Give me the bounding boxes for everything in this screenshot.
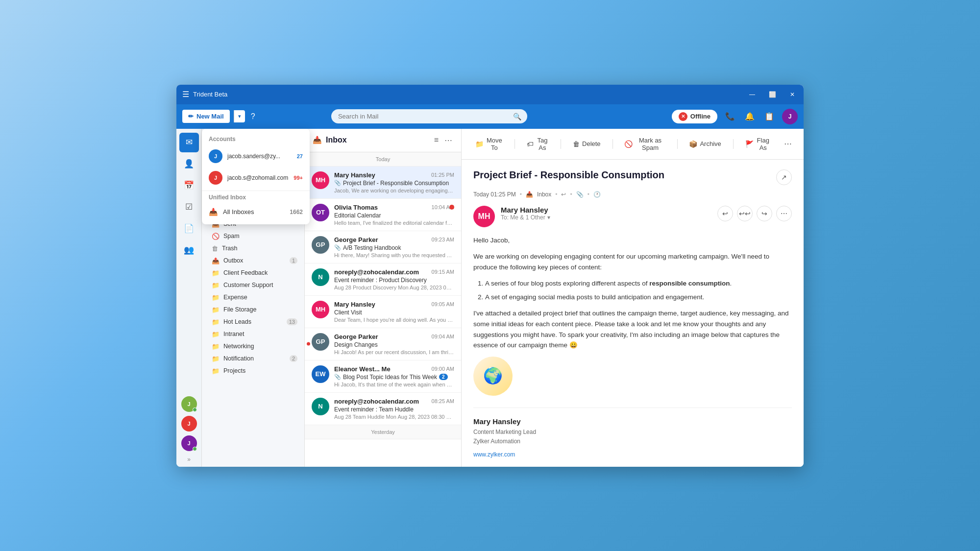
email-time-6: 09:04 AM [432, 334, 454, 339]
sidebar-item-notes[interactable]: 📄 [179, 219, 199, 239]
email-subject-3: 📎 A/B Testing Handbook [334, 244, 454, 251]
unified-inbox-header: Unified Inbox [202, 191, 310, 204]
close-button[interactable]: ✕ [787, 89, 798, 100]
email-subject-5: Client Visit [334, 309, 454, 316]
email-sender-3: George Parker [334, 236, 378, 243]
email-time-3: 09:23 AM [432, 237, 454, 242]
folder-item-file-storage[interactable]: 📁 File Storage [202, 304, 304, 316]
folder-item-client-feedback[interactable]: 📁 Client Feedback [202, 267, 304, 279]
filter-button[interactable]: ≡ [433, 135, 440, 146]
email-item-3[interactable]: GP George Parker 09:23 AM 📎 A/B Testing … [305, 231, 461, 264]
email-item-5[interactable]: MH Mary Hansley 09:05 AM Client Visit De… [305, 296, 461, 328]
help-icon[interactable]: ? [249, 110, 257, 123]
notification-icon[interactable]: 🔔 [743, 110, 757, 123]
forward-button[interactable]: ↪ [757, 206, 772, 221]
email-item-6[interactable]: GP George Parker 09:04 AM Design Changes… [305, 328, 461, 360]
expand-recipients-icon[interactable]: ▾ [547, 214, 550, 221]
email-body: Hello Jacob, We are working on developin… [473, 235, 792, 460]
sidebar-item-tasks[interactable]: ☑ [179, 197, 199, 217]
more-options-button[interactable]: ⋯ [443, 135, 453, 146]
email-sender-6: George Parker [334, 333, 378, 340]
attachment-icon-1: 📎 [334, 180, 341, 186]
email-subject-7: 📎 Blog Post Topic Ideas for This Week 2 [334, 374, 454, 381]
account-avatar-3[interactable]: J [181, 435, 197, 451]
move-to-icon: 📁 [475, 140, 484, 148]
more-reply-button[interactable]: ⋯ [776, 206, 792, 221]
sidebar-item-calendar[interactable]: 📅 [179, 176, 199, 195]
email-item-8[interactable]: N noreply@zohocalendar.com 08:25 AM Even… [305, 393, 461, 425]
email-preview-8: Aug 28 Team Huddle Mon Aug 28, 2023 08:3… [334, 414, 454, 420]
sidebar-item-people[interactable]: 👥 [179, 240, 199, 260]
reply-button[interactable]: ↩ [717, 206, 733, 221]
flag-indicator-6 [307, 342, 310, 346]
all-inboxes-count: 1662 [290, 209, 303, 216]
networking-icon: 📁 [212, 343, 220, 350]
email-subject-2: Editorial Calendar [334, 212, 454, 219]
offline-dot: ✕ [679, 112, 687, 121]
email-sender-7: Eleanor West... Me [334, 365, 391, 373]
all-inboxes-icon: 📥 [209, 208, 218, 216]
outbox-folder-icon: 📤 [212, 257, 220, 264]
account-row-1[interactable]: J jacob.sanders@zy... 27 [202, 145, 310, 167]
folder-item-intranet[interactable]: 📁 Intranet [202, 328, 304, 340]
email-content-6: George Parker 09:04 AM Design Changes Hi… [334, 333, 454, 355]
folder-item-customer-support[interactable]: 📁 Customer Support [202, 279, 304, 291]
folder-item-projects[interactable]: 📁 Projects [202, 365, 304, 377]
account-badge-1: 27 [297, 153, 303, 159]
account-avatar-1[interactable]: J [181, 396, 197, 412]
email-content-8: noreply@zohocalendar.com 08:25 AM Event … [334, 398, 454, 420]
user-avatar[interactable]: J [782, 109, 798, 124]
inbox-icon: 📥 [313, 136, 322, 144]
toolbar-separator-2 [561, 139, 561, 149]
account-row-2[interactable]: J jacob.s@zohomail.com 99+ [202, 167, 310, 189]
email-preview-6: Hi Jacob! As per our recent discussion, … [334, 349, 454, 355]
email-item-1[interactable]: MH Mary Hansley 01:25 PM 📎 Project Brief… [305, 167, 461, 199]
sender-avatar-6: GP [312, 333, 329, 351]
email-sender-8: noreply@zohocalendar.com [334, 398, 419, 405]
email-greeting: Hello Jacob, [473, 235, 792, 246]
move-to-button[interactable]: 📁 Move To [469, 134, 509, 154]
new-mail-dropdown-button[interactable]: ▾ [234, 110, 245, 122]
folder-item-expense[interactable]: 📁 Expense [202, 291, 304, 304]
folder-item-spam[interactable]: 🚫 Spam [202, 230, 304, 242]
folder-item-hot-leads[interactable]: 📁 Hot Leads 13 [202, 316, 304, 328]
archive-button[interactable]: 📦 Archive [683, 137, 727, 151]
all-inboxes-row[interactable]: 📥 All Inboxes 1662 [202, 204, 310, 220]
folder-item-outbox[interactable]: 📤 Outbox 1 [202, 255, 304, 267]
search-input[interactable] [331, 109, 527, 123]
email-subject-8: Event reminder : Team Huddle [334, 406, 454, 413]
reply-all-button[interactable]: ↩↩ [737, 206, 753, 221]
menu-icon[interactable]: ☰ [182, 90, 189, 99]
phone-icon[interactable]: 📞 [723, 110, 737, 123]
delete-button[interactable]: 🗑 Delete [567, 137, 607, 151]
today-divider: Today [305, 152, 461, 167]
account-avatar-2[interactable]: J [181, 416, 197, 431]
email-item-2[interactable]: OT Olivia Thomas 10:04 AM Editorial Cale… [305, 199, 461, 231]
calendar-icon[interactable]: 📋 [762, 110, 776, 123]
restore-button[interactable]: ⬜ [766, 89, 779, 100]
folder-item-trash[interactable]: 🗑 Trash [202, 242, 304, 255]
email-item-7[interactable]: EW Eleanor West... Me 09:00 AM 📎 Blog Po… [305, 360, 461, 393]
expand-sidebar-icon[interactable]: » [187, 456, 191, 463]
title-bar: ☰ Trident Beta — ⬜ ✕ [176, 85, 804, 104]
sidebar-item-contacts[interactable]: 👤 [179, 154, 199, 174]
sidebar-item-mail[interactable]: ✉ [179, 133, 199, 152]
spam-icon: 🚫 [624, 140, 633, 148]
account-email-2: jacob.s@zohomail.com [227, 174, 289, 181]
folder-item-networking[interactable]: 📁 Networking [202, 340, 304, 353]
sig-company: Zylker Automation [473, 437, 792, 446]
email-preview-3: Hi there, Mary! Sharing with you the req… [334, 252, 454, 258]
email-time-7: 09:00 AM [432, 366, 454, 372]
more-actions-button[interactable]: ⋯ [780, 136, 796, 151]
share-button[interactable]: ↗ [776, 169, 792, 185]
minimize-button[interactable]: — [746, 89, 758, 100]
folder-item-notification[interactable]: 📁 Notification 2 [202, 353, 304, 365]
mark-spam-button[interactable]: 🚫 Mark as Spam [618, 134, 671, 154]
tag-as-button[interactable]: 🏷 Tag As [521, 134, 555, 154]
new-mail-button[interactable]: ✏ New Mail [182, 110, 230, 123]
email-preview-5: Dear Team, I hope you're all doing well.… [334, 317, 454, 323]
tag-icon: 🏷 [527, 140, 534, 148]
flag-as-button[interactable]: 🚩 Flag As [739, 134, 776, 154]
yesterday-divider: Yesterday [305, 425, 461, 439]
email-item-4[interactable]: N noreply@zohocalendar.com 09:15 AM Even… [305, 264, 461, 296]
